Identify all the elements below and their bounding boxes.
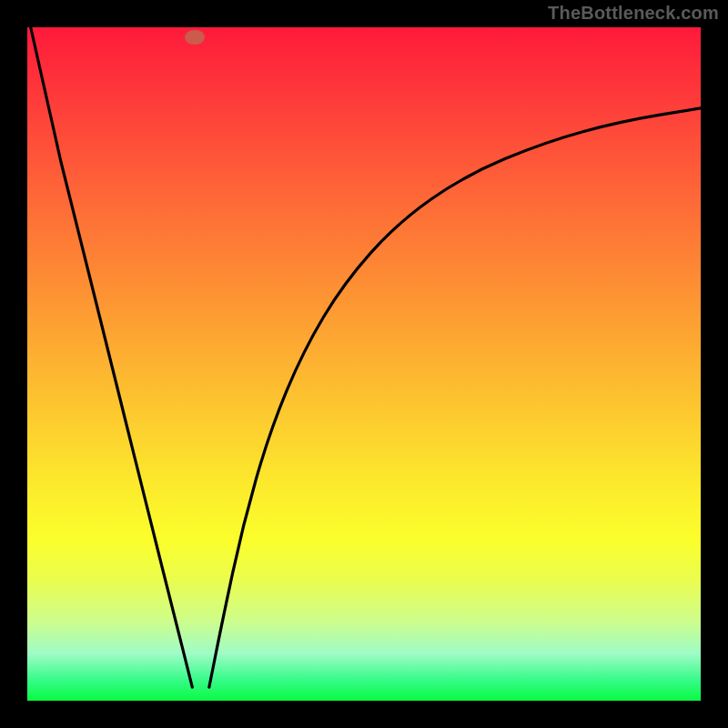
border-left <box>0 0 27 728</box>
border-right <box>701 0 728 728</box>
border-bottom <box>0 701 728 728</box>
optimum-dot <box>185 30 205 45</box>
chart-frame: TheBottleneck.com <box>0 0 728 728</box>
attribution-text: TheBottleneck.com <box>548 3 719 24</box>
bottleneck-curve <box>27 27 701 701</box>
